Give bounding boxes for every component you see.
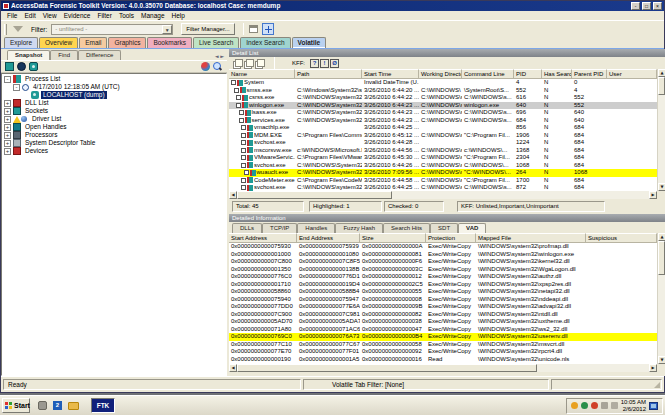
- sphere-icon[interactable]: [201, 62, 210, 71]
- column-header-user[interactable]: User: [607, 69, 657, 79]
- process-row[interactable]: svchost.exeC:\WINDOWS\System32\...3/26/2…: [229, 162, 657, 170]
- expander-icon[interactable]: -: [4, 76, 11, 83]
- tab-email[interactable]: Email: [79, 37, 107, 48]
- taskbar-ftk-button[interactable]: FTK: [91, 398, 115, 413]
- tray-globe-icon[interactable]: [581, 402, 588, 409]
- copy-special-icon[interactable]: [244, 59, 253, 68]
- vad-row[interactable]: 0x00000000000769C00x0000000000076A730x00…: [229, 333, 657, 341]
- vad-row[interactable]: 0x00000000000588600x00000000000588B40x00…: [229, 288, 657, 296]
- process-row[interactable]: VMwareServic...C:\Program Files\VMware\.…: [229, 154, 657, 162]
- expander-icon[interactable]: +: [4, 132, 11, 139]
- tree-item-dll-list[interactable]: +DLL List: [2, 99, 226, 107]
- column-header-command-line[interactable]: Command Line: [462, 69, 514, 79]
- column-header-parent-pid[interactable]: Parent PID: [572, 69, 607, 79]
- process-row[interactable]: vmacthlp.exe3/26/2010 6:44:25 ...856N684: [229, 124, 657, 132]
- ditab-vad[interactable]: VAD: [458, 223, 486, 233]
- quicklaunch-powershell-icon[interactable]: 2: [53, 401, 62, 410]
- filter-dropdown-arrow-icon[interactable]: ▼: [162, 25, 172, 34]
- expander-icon[interactable]: +: [4, 124, 11, 131]
- scroll-thumb[interactable]: [658, 77, 665, 95]
- column-header-pid[interactable]: PID: [514, 69, 542, 79]
- tree-item-processors[interactable]: +Processors: [2, 131, 226, 139]
- vad-row[interactable]: 0x00000000000017100x00000000000019D40x00…: [229, 281, 657, 289]
- row-checkbox[interactable]: [231, 80, 236, 85]
- process-row[interactable]: CodeMeter.exeC:\Program Files\CodeMet...…: [229, 177, 657, 185]
- tree-item-localhost-dump[interactable]: LOCALHOST (dump): [2, 91, 226, 99]
- vad-row[interactable]: 0x00000000000759400x00000000000759470x00…: [229, 296, 657, 304]
- kff-button-0[interactable]: ?: [310, 59, 319, 68]
- tree-item-devices[interactable]: +Devices: [2, 147, 226, 155]
- ditab-fuzzy-hash[interactable]: Fuzzy Hash: [335, 223, 383, 233]
- menu-tools[interactable]: Tools: [116, 11, 137, 20]
- close-button[interactable]: ×: [653, 2, 662, 10]
- vad-row[interactable]: 0x000000000005AD700x000000000005ADA70x00…: [229, 318, 657, 326]
- row-checkbox[interactable]: [241, 125, 246, 130]
- vad-row[interactable]: 0x0000000000077DD00x0000000000077E6A0x00…: [229, 303, 657, 311]
- pane-layout-icon[interactable]: [249, 25, 258, 33]
- row-checkbox[interactable]: [241, 185, 246, 190]
- column-header-size[interactable]: Size: [360, 233, 426, 243]
- snapshot-camera-icon[interactable]: [29, 62, 38, 71]
- column-header-start-time[interactable]: Start Time: [362, 69, 419, 79]
- process-vertical-scrollbar[interactable]: ▲ ▼: [657, 69, 665, 191]
- vad-horizontal-scrollbar[interactable]: ◀ ▶: [229, 364, 665, 372]
- ditab-search-hits[interactable]: Search Hits: [383, 223, 430, 233]
- tab-graphics[interactable]: Graphics: [108, 37, 146, 48]
- tab-index-search[interactable]: Index Search: [240, 37, 290, 48]
- tab-scroll-arrows[interactable]: ◄ ►: [215, 53, 224, 59]
- quicklaunch-device-icon[interactable]: [38, 401, 47, 410]
- column-header-end-address[interactable]: End Address: [297, 233, 360, 243]
- vad-row[interactable]: 0x000000000007C8000x000000000007C8F50x00…: [229, 258, 657, 266]
- expander-icon[interactable]: +: [4, 148, 11, 155]
- ditab-dlls[interactable]: DLLs: [232, 223, 262, 233]
- network-icon[interactable]: [649, 402, 658, 410]
- process-row[interactable]: smss.exeC:\Windows\System32\sm...3/26/20…: [229, 87, 657, 95]
- column-header-protection[interactable]: Protection: [426, 233, 476, 243]
- row-checkbox[interactable]: [244, 170, 249, 175]
- kff-button-1[interactable]: !: [320, 59, 329, 68]
- menu-filter[interactable]: Filter: [94, 11, 114, 20]
- process-row[interactable]: winlogon.exeC:\WINDOWS\system32\...3/26/…: [229, 102, 657, 110]
- tab-live-search[interactable]: Live Search: [193, 37, 239, 48]
- move-panes-icon[interactable]: [262, 23, 274, 35]
- process-row[interactable]: svchost.exeC:\WINDOWS\system32\s...3/26/…: [229, 184, 657, 191]
- minimize-button[interactable]: -: [631, 2, 640, 10]
- tab-explore[interactable]: Explore: [4, 37, 38, 48]
- column-header-suspicious[interactable]: Suspicious: [586, 233, 657, 243]
- search-icon[interactable]: [213, 62, 223, 72]
- row-checkbox[interactable]: [241, 148, 246, 153]
- resize-grip[interactable]: [654, 382, 660, 388]
- process-row[interactable]: svchost.exe3/26/2010 6:44:28 ...1224N684: [229, 139, 657, 147]
- row-checkbox[interactable]: [234, 88, 239, 93]
- row-checkbox[interactable]: [239, 110, 244, 115]
- scroll-down-icon[interactable]: ▼: [658, 183, 665, 191]
- ditab-sdt[interactable]: SDT: [430, 223, 458, 233]
- filter-dropdown[interactable]: - unfiltered - ▼: [51, 24, 173, 35]
- scroll-down-icon[interactable]: ▼: [658, 356, 665, 364]
- ditab-tcp-ip[interactable]: TCP/IP: [262, 223, 297, 233]
- vad-row[interactable]: 0x00000000000759300x00000000000759390x00…: [229, 243, 657, 251]
- scroll-thumb[interactable]: [237, 191, 392, 199]
- process-row[interactable]: services.exeC:\WINDOWS\system32\s...3/26…: [229, 117, 657, 125]
- vad-row[interactable]: 0x0000000000077C100x0000000000077C670x00…: [229, 341, 657, 349]
- row-checkbox[interactable]: [239, 118, 244, 123]
- vad-row[interactable]: 0x00000000000776C00x00000000000776D10x00…: [229, 273, 657, 281]
- snapshot-monitor-icon[interactable]: [5, 62, 14, 71]
- column-header-mapped-file[interactable]: Mapped File: [476, 233, 586, 243]
- expander-icon[interactable]: -: [13, 84, 20, 91]
- column-header-has-searc[interactable]: Has Searc...: [542, 69, 572, 79]
- filter-manager-button[interactable]: Filter Manager...: [181, 23, 234, 35]
- toolbar-grip[interactable]: [4, 24, 7, 35]
- tree-item-sockets[interactable]: +Sockets: [2, 107, 226, 115]
- menu-file[interactable]: File: [4, 11, 20, 20]
- row-checkbox[interactable]: [236, 95, 241, 100]
- scroll-right-icon[interactable]: ▶: [649, 191, 657, 199]
- menu-manage[interactable]: Manage: [138, 11, 168, 20]
- vad-vertical-scrollbar[interactable]: ▲ ▼: [657, 233, 665, 364]
- menu-edit[interactable]: Edit: [21, 11, 38, 20]
- row-checkbox[interactable]: [241, 178, 246, 183]
- expander-icon[interactable]: +: [4, 140, 11, 147]
- menu-view[interactable]: View: [40, 11, 60, 20]
- tree-item-process-list[interactable]: -Process List: [2, 75, 226, 83]
- scroll-thumb[interactable]: [658, 241, 665, 275]
